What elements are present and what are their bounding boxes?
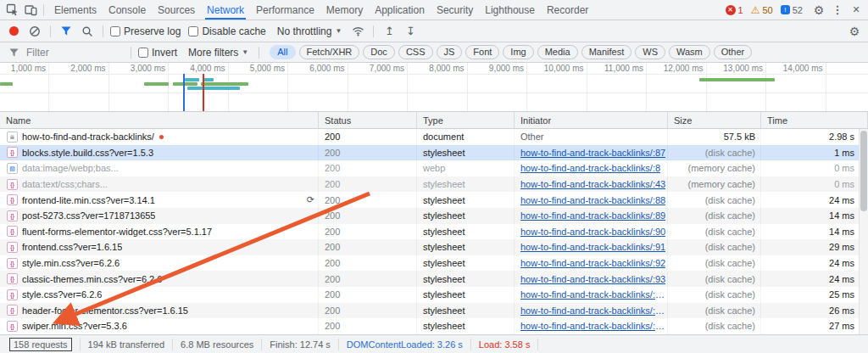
search-icon[interactable]: [79, 23, 96, 40]
timeline-tick-label: 6,000 ms: [298, 64, 345, 73]
request-row[interactable]: ▧data:image/webp;bas...200webphow-to-fin…: [0, 160, 868, 176]
request-row[interactable]: {}swiper.min.css?ver=5.3.6200stylesheeth…: [0, 318, 868, 334]
initiator-cell: how-to-find-and-track-backlinks/:101: [515, 303, 668, 319]
error-dot-icon: [159, 135, 164, 139]
import-har-icon[interactable]: ↥: [381, 23, 398, 40]
filter-input[interactable]: [26, 47, 124, 59]
type-cell: stylesheet: [417, 176, 515, 193]
initiator-link[interactable]: how-to-find-and-track-backlinks/:8: [520, 163, 660, 173]
filter-chip-font[interactable]: Font: [465, 45, 499, 59]
request-name: how-to-find-and-track-backlinks/: [22, 132, 154, 142]
tab-sources[interactable]: Sources: [152, 0, 201, 20]
filter-chip-js[interactable]: JS: [437, 45, 463, 59]
tab-lighthouse[interactable]: Lighthouse: [479, 0, 541, 20]
initiator-cell: how-to-find-and-track-backlinks/:87: [515, 145, 668, 161]
network-conditions-icon[interactable]: [349, 23, 366, 40]
issues-count-badge[interactable]: !52: [781, 5, 803, 15]
initiator-link[interactable]: how-to-find-and-track-backlinks/:102: [520, 321, 667, 331]
timeline-tick-label: 13,000 ms: [715, 64, 763, 73]
filter-chip-media[interactable]: Media: [537, 45, 578, 59]
column-header-status[interactable]: Status: [319, 112, 417, 128]
filter-chip-img[interactable]: Img: [503, 45, 533, 59]
timeline-tick-label: 3,000 ms: [118, 64, 165, 73]
initiator-link[interactable]: how-to-find-and-track-backlinks/:90: [520, 227, 665, 237]
filter-chip-doc[interactable]: Doc: [363, 45, 395, 59]
tab-performance[interactable]: Performance: [250, 0, 320, 20]
column-header-name[interactable]: Name: [0, 112, 319, 128]
tab-application[interactable]: Application: [369, 0, 431, 20]
size-cell: (disk cache): [668, 318, 761, 334]
type-cell: stylesheet: [417, 192, 515, 208]
tab-memory[interactable]: Memory: [320, 0, 369, 20]
type-cell: stylesheet: [417, 239, 515, 255]
invert-input[interactable]: [138, 48, 148, 58]
clear-network-log-icon[interactable]: [26, 23, 43, 40]
throttling-select[interactable]: No throttling▼: [274, 25, 346, 38]
request-row[interactable]: {}data:text/css;chars...200stylesheethow…: [0, 176, 868, 193]
request-name: frontend.css?ver=1.6.15: [22, 242, 122, 252]
device-toolbar-icon[interactable]: [22, 2, 39, 19]
filter-chip-ws[interactable]: WS: [635, 45, 665, 59]
request-row[interactable]: {}frontend-lite.min.css?ver=3.14.1⟳200st…: [0, 192, 868, 208]
disable-cache-input[interactable]: [188, 26, 198, 36]
request-row[interactable]: {}style.css?ver=6.2.6200stylesheethow-to…: [0, 287, 868, 303]
vertical-scrollbar[interactable]: [859, 129, 868, 334]
filter-chip-wasm[interactable]: Wasm: [669, 45, 710, 59]
initiator-link[interactable]: how-to-find-and-track-backlinks/:92: [520, 258, 665, 268]
request-row[interactable]: {}blocks.style.build.css?ver=1.5.3200sty…: [0, 145, 868, 161]
request-row[interactable]: ≣how-to-find-and-track-backlinks/200docu…: [0, 129, 868, 145]
filter-chip-all[interactable]: All: [270, 45, 295, 59]
scrollbar-thumb[interactable]: [860, 131, 867, 211]
timeline-gridline: [168, 63, 169, 111]
inspect-element-icon[interactable]: [3, 2, 20, 19]
initiator-link[interactable]: how-to-find-and-track-backlinks/:43: [520, 179, 665, 189]
request-row[interactable]: {}classic-themes.min.css?ver=6.2.6200sty…: [0, 271, 868, 287]
initiator-link[interactable]: how-to-find-and-track-backlinks/:101: [520, 305, 667, 316]
initiator-link[interactable]: how-to-find-and-track-backlinks/:100: [520, 289, 667, 300]
column-header-type[interactable]: Type: [417, 112, 515, 128]
size-cell: (disk cache): [668, 239, 761, 255]
preserve-log-input[interactable]: [110, 26, 120, 36]
column-header-size[interactable]: Size: [668, 112, 761, 128]
transferred-size: 194 kB transferred: [81, 339, 174, 350]
settings-gear-icon[interactable]: ⚙: [810, 2, 827, 19]
invert-checkbox[interactable]: Invert: [138, 47, 177, 59]
initiator-link[interactable]: how-to-find-and-track-backlinks/:93: [520, 274, 665, 284]
tab-network[interactable]: Network: [201, 0, 250, 20]
initiator-link[interactable]: how-to-find-and-track-backlinks/:89: [520, 210, 665, 221]
request-row[interactable]: {}post-5273.css?ver=1718713655200stylesh…: [0, 208, 868, 224]
status-cell: 200: [319, 271, 417, 287]
column-header-initiator[interactable]: Initiator: [515, 112, 668, 128]
tab-console[interactable]: Console: [103, 0, 152, 20]
request-row[interactable]: {}frontend.css?ver=1.6.15200stylesheetho…: [0, 239, 868, 255]
filter-chip-manifest[interactable]: Manifest: [581, 45, 632, 59]
more-filters-select[interactable]: More filters▼: [185, 46, 252, 59]
warning-count-badge[interactable]: ⚠50: [751, 5, 773, 15]
preserve-log-checkbox[interactable]: Preserve log: [110, 25, 181, 37]
initiator-link[interactable]: how-to-find-and-track-backlinks/:91: [520, 242, 665, 252]
filter-chip-css[interactable]: CSS: [398, 45, 433, 59]
request-row[interactable]: {}style.min.css?ver=6.2.6200stylesheetho…: [0, 255, 868, 272]
network-overview-timeline[interactable]: 1,000 ms2,000 ms3,000 ms4,000 ms5,000 ms…: [0, 63, 868, 112]
request-name: header-footer-elementor.css?ver=1.6.15: [22, 305, 188, 316]
initiator-link[interactable]: how-to-find-and-track-backlinks/:88: [520, 195, 665, 205]
network-settings-gear-icon[interactable]: ⚙: [846, 23, 863, 40]
tab-recorder[interactable]: Recorder: [541, 0, 594, 20]
type-cell: webp: [417, 160, 515, 176]
more-options-icon[interactable]: ⋮: [829, 2, 846, 19]
filter-chip-other[interactable]: Other: [714, 45, 753, 59]
request-row[interactable]: {}header-footer-elementor.css?ver=1.6.15…: [0, 303, 868, 319]
tab-elements[interactable]: Elements: [48, 0, 103, 20]
filter-chip-fetch-xhr[interactable]: Fetch/XHR: [299, 45, 360, 59]
initiator-link[interactable]: how-to-find-and-track-backlinks/:87: [520, 148, 665, 158]
disable-cache-checkbox[interactable]: Disable cache: [188, 25, 265, 37]
error-count-badge[interactable]: ✕1: [726, 5, 743, 15]
record-network-log-icon[interactable]: [5, 23, 22, 40]
tab-security[interactable]: Security: [431, 0, 479, 20]
filter-toggle-icon[interactable]: [58, 23, 75, 40]
export-har-icon[interactable]: ↧: [402, 23, 419, 40]
close-devtools-icon[interactable]: ✕: [848, 2, 865, 19]
request-row[interactable]: {}fluent-forms-elementor-widget.css?ver=…: [0, 224, 868, 240]
column-header-time[interactable]: Time: [761, 112, 868, 128]
request-name: post-5273.css?ver=1718713655: [22, 210, 155, 221]
